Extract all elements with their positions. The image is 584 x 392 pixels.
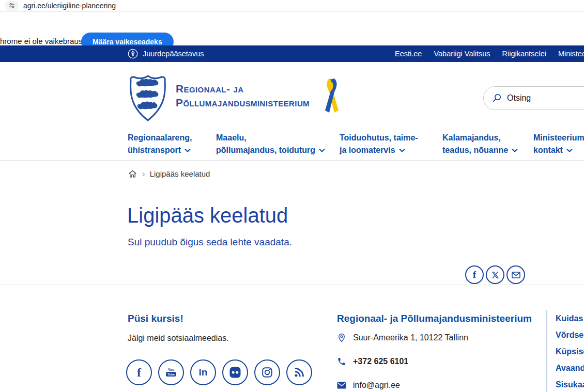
coat-of-arms-logo[interactable] (128, 74, 167, 124)
chevron-down-icon (512, 148, 518, 152)
phone-icon (337, 357, 346, 366)
facebook-button[interactable]: f (126, 359, 152, 385)
chevron-down-icon (185, 148, 191, 152)
government-links: Eesti.ee Vabariigi Valitsus Riigikantsel… (395, 45, 584, 62)
phone-text[interactable]: +372 625 6101 (353, 357, 408, 366)
banner-message: hrome ei ole vaikebrauser (0, 37, 89, 45)
nav-label: põllumajandus, toiduturg (216, 144, 315, 156)
rss-button[interactable] (286, 359, 312, 385)
search-input[interactable] (507, 93, 584, 103)
footer-social-heading: Püsi kursis! (128, 313, 183, 324)
logo-line1: Regionaal- ja (176, 82, 310, 96)
contact-email-row[interactable]: info@agri.ee (337, 381, 400, 390)
nav-item-toiduohutus[interactable]: Toiduohutus, taime- ja loomatervis (340, 132, 418, 156)
svg-text:You: You (168, 368, 175, 371)
browser-omnibox[interactable]: agri.ee/uleriigiline-planeering (0, 0, 584, 12)
footer-link-sisukaart[interactable]: Sisukaa (556, 380, 584, 389)
address-text: Suur-Ameerika 1, 10122 Tallinn (353, 333, 468, 342)
share-email-button[interactable] (506, 265, 525, 284)
link-eesti-ee[interactable]: Eesti.ee (395, 50, 422, 58)
social-media-row: f You Tube in (126, 359, 312, 385)
url-text[interactable]: agri.ee/uleriigiline-planeering (23, 2, 116, 10)
footer-ministry-heading: Regionaal- ja Põllumajandusministeerium (337, 313, 532, 324)
mail-icon (337, 382, 346, 389)
footer-social-subtext: Jälgi meid sotsiaalmeedias. (128, 334, 229, 343)
link-ministeeriumid[interactable]: Ministee (558, 50, 584, 58)
link-riigikantselei[interactable]: Riigikantselei (502, 50, 546, 58)
accessibility-label: Juurdepääsetavus (143, 50, 204, 58)
contact-phone-row[interactable]: +372 625 6101 (337, 357, 408, 366)
flickr-button[interactable] (222, 359, 248, 385)
nav-item-regionaalareng[interactable]: Regionaalareng, ühistransport (128, 132, 192, 156)
ministry-logotype[interactable]: Regionaal- ja Põllumajandusministeerium (176, 82, 310, 109)
location-pin-icon (337, 333, 346, 343)
email-text[interactable]: info@agri.ee (353, 381, 400, 390)
facebook-icon: f (137, 366, 141, 380)
contact-address-row: Suur-Ameerika 1, 10122 Tallinn (337, 333, 468, 343)
nav-label: Toiduohutus, taime- (340, 132, 418, 144)
search-box[interactable] (483, 86, 584, 110)
search-icon (491, 93, 502, 103)
nav-item-maaelu[interactable]: Maaelu, põllumajandus, toiduturg (216, 132, 325, 156)
instagram-icon (261, 366, 273, 379)
nav-label: teadus, nõuanne (442, 144, 508, 156)
site-settings-button[interactable] (5, 1, 19, 11)
nav-label: Regionaalareng, (128, 132, 192, 144)
footer-link-avaandmed[interactable]: Avaandm (556, 364, 584, 373)
footer-vertical-divider (546, 310, 547, 392)
youtube-button[interactable]: You Tube (158, 359, 184, 385)
default-browser-banner: hrome ei ole vaikebrauser Määra vaikesea… (0, 12, 584, 45)
coat-of-arms-icon (128, 74, 167, 122)
instagram-button[interactable] (254, 359, 280, 385)
chevron-down-icon (399, 148, 405, 152)
svg-text:Tube: Tube (167, 373, 175, 376)
government-topbar: Juurdepääsetavus Eesti.ee Vabariigi Vali… (0, 45, 584, 62)
accessibility-icon (128, 49, 138, 59)
breadcrumb-separator: › (142, 169, 145, 178)
mail-icon (512, 272, 520, 278)
breadcrumb-current: Ligipääs keelatud (150, 169, 210, 178)
share-facebook-button[interactable]: f (465, 265, 484, 284)
facebook-icon: f (473, 270, 476, 280)
home-icon[interactable] (128, 169, 137, 179)
footer-link-kuidas[interactable]: Kuidas t (556, 314, 584, 323)
chevron-down-icon (319, 148, 325, 152)
logo-line2: Põllumajandusministeerium (176, 96, 310, 109)
site-header: Regionaal- ja Põllumajandusministeerium … (0, 62, 584, 161)
chevron-down-icon (566, 148, 573, 152)
link-vabariigi-valitsus[interactable]: Vabariigi Valitsus (434, 50, 490, 58)
accessibility-link[interactable]: Juurdepääsetavus (128, 45, 204, 62)
page-lead: Sul puudub õigus seda lehte vaadata. (128, 237, 292, 248)
nav-label: ja loomatervis (340, 144, 395, 156)
share-x-button[interactable] (486, 265, 504, 284)
footer: Püsi kursis! Jälgi meid sotsiaalmeedias.… (0, 285, 584, 392)
nav-label: Maaelu, (216, 132, 325, 144)
youtube-icon: You Tube (164, 366, 178, 379)
nav-label: Kalamajandus, (442, 132, 518, 144)
nav-item-ministeerium[interactable]: Ministeerium, kontakt (533, 132, 584, 156)
breadcrumb: › Ligipääs keelatud (128, 169, 210, 179)
footer-link-vordse[interactable]: Võrdse (556, 331, 583, 340)
rss-icon (293, 366, 305, 379)
tune-icon (8, 2, 16, 9)
nav-label: ühistransport (128, 144, 181, 156)
page-title: Ligipääs keelatud (127, 204, 288, 227)
flickr-icon (229, 366, 241, 379)
share-row: f (465, 265, 525, 284)
linkedin-icon: in (199, 367, 208, 378)
nav-label: Ministeerium, (533, 132, 584, 144)
x-twitter-icon (491, 271, 499, 279)
nav-item-kalamajandus[interactable]: Kalamajandus, teadus, nõuanne (442, 132, 518, 156)
footer-link-kupsised[interactable]: Küpsise (556, 347, 584, 356)
linkedin-button[interactable]: in (190, 359, 216, 385)
ukraine-ribbon-icon (323, 76, 341, 116)
ukraine-ribbon (323, 76, 341, 118)
nav-label: kontakt (533, 144, 563, 156)
